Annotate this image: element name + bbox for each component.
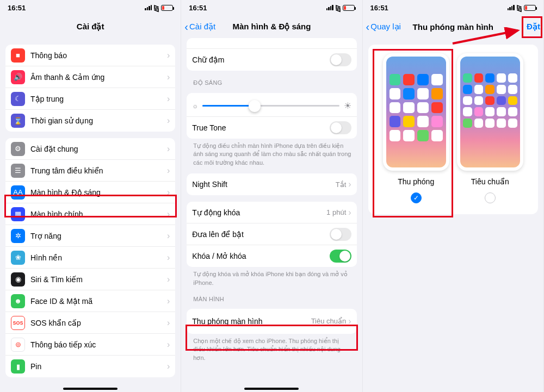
settings-row-sos[interactable]: SOSSOS khẩn cấp› — [5, 312, 175, 334]
back-button[interactable]: ‹ Quay lại — [366, 21, 401, 33]
chevron-right-icon: › — [167, 318, 170, 328]
nightshift-group: Night Shift Tắt › — [187, 173, 356, 195]
back-button[interactable]: ‹ Cài đặt — [184, 21, 215, 33]
mock-app-icon — [474, 107, 484, 116]
home-indicator[interactable] — [63, 388, 118, 390]
row-nightshift[interactable]: Night Shift Tắt › — [187, 173, 356, 195]
status-indicators: ⧎ — [326, 4, 355, 12]
settings-row-homescreen[interactable]: ▦Màn hình chính› — [5, 203, 175, 225]
standard-radio[interactable] — [485, 192, 496, 203]
battery-icon: ▮ — [11, 359, 25, 374]
settings-row-focus[interactable]: ☾Tập trung› — [5, 88, 175, 110]
settings-row-label: Tập trung — [30, 95, 167, 103]
mock-app-icon — [497, 107, 506, 116]
mock-app-icon — [431, 102, 443, 114]
settings-row-faceid[interactable]: ☻Face ID & Mật mã› — [5, 290, 175, 312]
brightness-slider-row[interactable]: ☼ ☀ — [187, 93, 356, 117]
standard-label: Tiêu chuẩn — [471, 177, 509, 186]
settings-content[interactable]: ■Thông báo›🔊Âm thanh & Cảm ứng›☾Tập trun… — [0, 38, 181, 392]
bold-text-toggle[interactable] — [330, 53, 351, 66]
wallpaper-icon: ❀ — [11, 251, 25, 265]
zoomed-radio[interactable]: ✓ — [411, 192, 422, 203]
mock-app-icon — [431, 116, 443, 127]
row-partial-top[interactable] — [187, 38, 356, 49]
row-autolock[interactable]: Tự động khóa 1 phút › — [187, 202, 356, 223]
raise-toggle[interactable] — [330, 228, 351, 241]
focus-icon: ☾ — [11, 92, 25, 106]
mock-app-icon — [417, 130, 429, 141]
brightness-slider[interactable]: ☼ ☀ — [192, 101, 351, 111]
settings-row-label: Face ID & Mật mã — [30, 297, 167, 306]
mock-app-icon — [508, 73, 517, 83]
mock-standard-preview — [457, 53, 523, 171]
mock-app-icon — [431, 130, 443, 141]
row-truetone[interactable]: True Tone — [187, 117, 356, 139]
mock-app-icon — [508, 119, 517, 128]
settings-row-general[interactable]: ⚙Cài đặt chung› — [5, 138, 175, 160]
settings-row-siri[interactable]: ◉Siri & Tìm kiếm› — [5, 269, 175, 290]
set-button[interactable]: Đặt — [527, 22, 540, 32]
status-bar: 16:51 ⧎ — [181, 0, 362, 15]
settings-row-accessibility[interactable]: ✲Trợ năng› — [5, 225, 175, 247]
settings-row-exposure[interactable]: ⊚Thông báo tiếp xúc› — [5, 334, 175, 356]
chevron-right-icon: › — [348, 316, 351, 326]
option-zoomed[interactable]: Thu phóng ✓ — [383, 53, 449, 203]
settings-row-controlcenter[interactable]: ☰Trung tâm điều khiển› — [5, 160, 175, 182]
cellular-icon — [326, 5, 333, 10]
mock-app-icon — [463, 119, 472, 128]
page-title: Màn hình & Độ sáng — [232, 22, 311, 32]
displayzoom-group: Thu phóng màn hình Tiêu chuẩn › — [187, 309, 356, 334]
row-bold-text[interactable]: Chữ đậm — [187, 49, 356, 71]
settings-row-label: Trung tâm điều khiển — [30, 166, 167, 175]
chevron-right-icon: › — [167, 94, 170, 104]
settings-row-label: Siri & Tìm kiếm — [30, 275, 167, 284]
sos-icon: SOS — [11, 316, 25, 330]
row-lockunlock[interactable]: Khóa / Mở khóa — [187, 245, 356, 267]
row-raise[interactable]: Đưa lên để bật — [187, 223, 356, 245]
slider-track[interactable] — [202, 105, 339, 107]
mock-app-icon — [463, 107, 472, 116]
settings-row-battery[interactable]: ▮Pin› — [5, 356, 175, 377]
home-indicator[interactable] — [244, 388, 299, 390]
truetone-footnote: Tự động điều chỉnh màn hình iPhone dựa t… — [193, 142, 351, 167]
display-content[interactable]: Chữ đậm ĐỘ SÁNG ☼ ☀ True Tone Tự động đi… — [181, 36, 362, 392]
wifi-icon: ⧎ — [516, 4, 522, 12]
chevron-right-icon: › — [167, 209, 170, 219]
mock-app-icon — [463, 96, 472, 105]
mock-app-icon — [485, 96, 494, 105]
autolock-label: Tự động khóa — [192, 208, 326, 217]
chevron-right-icon: › — [167, 340, 170, 350]
brightness-header: ĐỘ SÁNG — [193, 79, 356, 86]
chevron-right-icon: › — [167, 144, 170, 154]
bold-text-label: Chữ đậm — [192, 55, 329, 64]
settings-row-display[interactable]: AAMàn hình & Độ sáng› — [5, 182, 175, 203]
display-header: MÀN HÌNH — [193, 296, 356, 302]
nav-bar: ‹ Cài đặt Màn hình & Độ sáng — [181, 15, 362, 38]
status-bar: 16:51 ⧎ — [363, 0, 543, 15]
settings-row-label: Trợ năng — [30, 232, 167, 240]
lockunlock-toggle[interactable] — [330, 250, 351, 263]
truetone-toggle[interactable] — [330, 121, 351, 134]
status-indicators: ⧎ — [508, 4, 536, 12]
mock-app-icon — [497, 119, 506, 128]
brightness-group: ☼ ☀ True Tone — [187, 93, 356, 139]
settings-group-2: ⚙Cài đặt chung›☰Trung tâm điều khiển›AAM… — [5, 138, 175, 377]
cellular-icon — [145, 5, 152, 10]
settings-row-notifications[interactable]: ■Thông báo› — [5, 45, 175, 66]
settings-row-wallpaper[interactable]: ❀Hình nền› — [5, 247, 175, 269]
zoomed-label: Thu phóng — [398, 177, 434, 186]
zoom-content: Thu phóng ✓ Tiêu chuẩn — [363, 38, 543, 392]
option-standard[interactable]: Tiêu chuẩn — [457, 53, 523, 203]
settings-row-screentime[interactable]: ⌛Thời gian sử dụng› — [5, 110, 175, 132]
mock-app-icon — [390, 116, 401, 127]
status-time: 16:51 — [189, 4, 207, 12]
row-displayzoom[interactable]: Thu phóng màn hình Tiêu chuẩn › — [187, 309, 356, 334]
mock-app-icon — [390, 74, 401, 85]
chevron-left-icon: ‹ — [184, 21, 188, 33]
back-label: Quay lại — [370, 22, 401, 32]
status-bar: 16:51 ⧎ — [0, 0, 181, 15]
settings-row-label: Pin — [30, 362, 167, 371]
settings-row-sound[interactable]: 🔊Âm thanh & Cảm ứng› — [5, 66, 175, 88]
settings-row-label: Âm thanh & Cảm ứng — [30, 73, 167, 82]
settings-row-label: Màn hình chính — [30, 210, 167, 219]
